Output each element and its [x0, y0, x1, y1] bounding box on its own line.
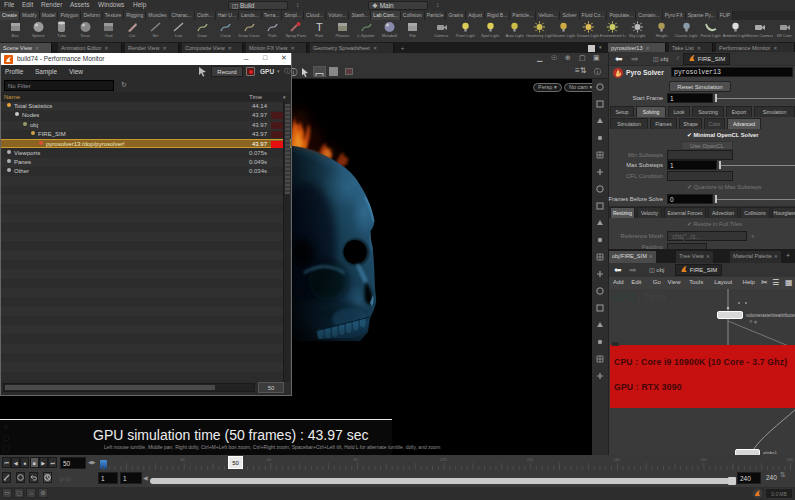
svg-text:150: 150	[527, 457, 534, 462]
svg-text:180: 180	[613, 457, 620, 462]
svg-text:30: 30	[180, 457, 185, 462]
svg-text:240: 240	[787, 457, 794, 462]
svg-text:T: T	[316, 21, 323, 33]
svg-text:120: 120	[440, 457, 447, 462]
svg-text:60: 60	[267, 457, 272, 462]
svg-text:210: 210	[700, 457, 707, 462]
svg-text:90: 90	[353, 457, 358, 462]
